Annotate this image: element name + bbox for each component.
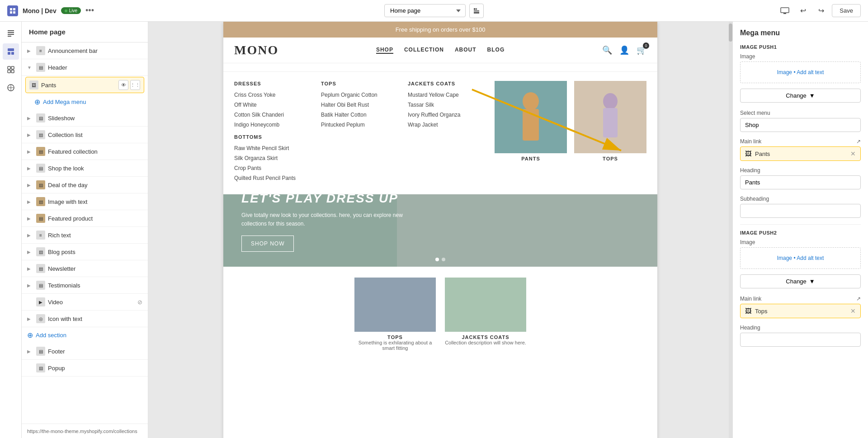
alt-text-link[interactable]: Add alt text [797,69,824,75]
canvas-scroll: Free shipping on orders over $100 MONO S… [148,22,732,438]
dress-item[interactable]: Indigo Honeycomb [234,122,303,128]
external-link-icon[interactable]: ↗ [856,138,861,145]
sidebar-pages-icon[interactable] [3,25,19,42]
sidebar-item-slideshow[interactable]: ▶ ▤ Slideshow [22,110,148,127]
dress-item[interactable]: Off White [234,102,303,108]
sidebar-item-icon-with-text[interactable]: ▶ ◎ Icon with text [22,311,148,327]
shop-now-button[interactable]: SHOP NOW [241,235,294,252]
svg-rect-1 [13,8,15,10]
more-options-button[interactable]: ••• [85,6,94,15]
left-panel: Home page ▶ ≡ Announcement bar ▼ ▤ Heade… [22,22,148,438]
tops-item[interactable]: Pintucked Peplum [321,122,390,128]
subheading-field: Subheading [740,196,861,218]
nav-shop[interactable]: SHOP [376,47,393,54]
add-section-button[interactable]: ⊕ Add section [22,327,148,343]
section-label: Icon with text [48,316,142,322]
main-layout: Home page ▶ ≡ Announcement bar ▼ ▤ Heade… [0,22,868,438]
dot-1[interactable] [435,258,439,261]
remove-link2-button[interactable]: ✕ [850,307,856,315]
bottoms-item[interactable]: Silk Organza Skirt [234,155,303,161]
change-image1-button[interactable]: Change ▼ [740,89,861,103]
cart-icon[interactable]: 🛒 0 [637,45,646,55]
dot-2[interactable] [442,258,445,261]
search-icon[interactable]: 🔍 [602,45,612,55]
desktop-preview-button[interactable] [778,4,792,18]
nav-blog[interactable]: BLOG [487,47,505,54]
sidebar-sections-icon[interactable] [3,43,19,60]
sidebar-item-popup[interactable]: ▤ Popup [22,360,148,377]
page-selector[interactable]: Home page About Contact [384,4,466,17]
sidebar-item-header[interactable]: ▼ ▤ Header [22,59,148,76]
image2-upload-area[interactable]: Image • Add alt text [740,247,861,269]
sidebar-item-featured-collection[interactable]: ▶ ▤ Featured collection [22,143,148,160]
sidebar-item-pants[interactable]: 🖼 Pants 👁 ⋮⋮ [25,77,144,93]
image-upload-area[interactable]: Image • Add alt text [740,61,861,83]
undo-button[interactable]: ↩ [796,4,810,18]
sidebar-item-rich-text[interactable]: ▶ ≡ Rich text [22,227,148,244]
dress-item[interactable]: Cotton Silk Chanderi [234,112,303,118]
jackets-item[interactable]: Tassar Silk [408,102,476,108]
top-bar-center: Home page About Contact [384,4,484,18]
bottoms-item[interactable]: Raw White Pencil Skirt [234,145,303,151]
heading2-input[interactable] [740,333,861,347]
grid-view-button[interactable] [469,4,484,18]
sidebar-item-footer[interactable]: ▶ ▤ Footer [22,343,148,360]
alt-text2-link[interactable]: Add alt text [797,255,824,261]
top-bar: Mono | Dev Live ••• Home page About Cont… [0,0,868,22]
visibility-toggle-button[interactable]: 👁 [118,80,128,90]
change-image2-button[interactable]: Change ▼ [740,274,861,288]
image-link[interactable]: Image [777,69,792,75]
sidebar-item-collection-list[interactable]: ▶ ▤ Collection list [22,127,148,143]
subheading-input[interactable] [740,204,861,218]
sidebar-item-testimonials[interactable]: ▶ ▤ Testimonials [22,277,148,294]
jackets-item[interactable]: Wrap Jacket [408,122,476,128]
pants-actions: 👁 ⋮⋮ [118,80,140,90]
bottoms-item[interactable]: Quilted Rust Pencil Pants [234,175,303,181]
sidebar-theme-icon[interactable] [3,80,19,96]
svg-rect-23 [523,109,539,141]
heading-label: Heading [740,167,861,174]
section-label: Newsletter [48,265,142,272]
section-label: Image with text [48,198,142,205]
sidebar-item-deal-of-the-day[interactable]: ▶ ▤ Deal of the day [22,177,148,193]
svg-point-24 [603,93,618,109]
drag-handle-button[interactable]: ⋮⋮ [130,80,140,90]
tops-item[interactable]: Halter Obi Belt Rust [321,102,390,108]
bottoms-item[interactable]: Crop Pants [234,165,303,171]
sidebar-item-featured-product[interactable]: ▶ ▤ Featured product [22,210,148,227]
save-button[interactable]: Save [832,4,861,17]
sidebar-item-video[interactable]: ▶ Video ⊘ [22,294,148,311]
sidebar-item-blog-posts[interactable]: ▶ ▤ Blog posts [22,244,148,260]
jackets-item[interactable]: Ivory Ruffled Organza [408,112,476,118]
jackets-item[interactable]: Mustard Yellow Cape [408,92,476,98]
sidebar-apps-icon[interactable] [3,61,19,78]
pants-image-placeholder [495,81,567,153]
tops-item[interactable]: Batik Halter Cotton [321,112,390,118]
scrollbar-thumb[interactable] [729,24,732,42]
dress-item[interactable]: Criss Cross Yoke [234,92,303,98]
store-url[interactable]: https://the-mono-theme.myshopify.com/col… [27,429,137,434]
redo-button[interactable]: ↪ [814,4,828,18]
svg-rect-8 [781,8,789,13]
announcement-text: Free shipping on orders over $100 [396,26,486,33]
nav-collection[interactable]: COLLECTION [404,47,444,54]
account-icon[interactable]: 👤 [619,45,629,55]
sidebar-item-announcement-bar[interactable]: ▶ ≡ Announcement bar [22,42,148,59]
sidebar-item-image-with-text[interactable]: ▶ ▤ Image with text [22,193,148,210]
image2-link[interactable]: Image [777,255,792,261]
heading2-label: Heading [740,325,861,331]
external-link2-icon[interactable]: ↗ [856,296,861,302]
sidebar-item-newsletter[interactable]: ▶ ▤ Newsletter [22,260,148,277]
tops-item[interactable]: Peplum Organic Cotton [321,92,390,98]
sidebar-item-shop-the-look[interactable]: ▶ ▤ Shop the look [22,160,148,177]
select-menu-input[interactable] [740,118,861,132]
jackets-heading: JACKETS COATS [408,81,476,86]
section-icon: ◎ [36,314,45,323]
canvas-area: Free shipping on orders over $100 MONO S… [148,22,732,438]
heading-input[interactable] [740,175,861,189]
video-action-icon[interactable]: ⊘ [137,299,142,306]
selected-link-text: Pants [755,151,847,157]
add-mega-menu-button[interactable]: ⊕ Add Mega menu [22,94,148,110]
nav-about[interactable]: ABOUT [455,47,476,54]
remove-link-button[interactable]: ✕ [850,150,856,157]
